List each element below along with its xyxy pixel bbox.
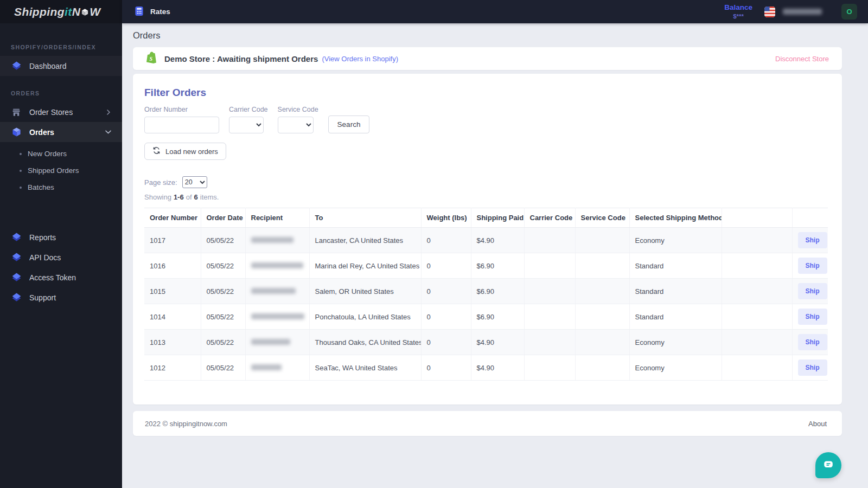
sidebar-item-access-token[interactable]: Access Token xyxy=(0,267,122,287)
table-row: 1016 05/05/22 Marina del Rey, CA United … xyxy=(144,253,828,279)
load-new-orders-label: Load new orders xyxy=(165,147,218,156)
showing-of: of xyxy=(186,193,192,201)
cell-weight: 0 xyxy=(421,330,471,355)
avatar[interactable]: O xyxy=(841,4,857,20)
disconnect-store-link[interactable]: Disconnect Store xyxy=(775,55,829,63)
order-number-input[interactable] xyxy=(144,117,219,133)
redacted-recipient xyxy=(251,288,296,294)
app-logo[interactable]: ShippingitNW xyxy=(14,5,100,18)
balance-label: Balance xyxy=(724,3,752,12)
nav-rates-label: Rates xyxy=(150,8,170,16)
ship-button[interactable]: Ship xyxy=(798,334,827,350)
layers-diamond-icon xyxy=(11,252,22,262)
sidebar-item-label: Support xyxy=(29,293,56,302)
store-banner: S Demo Store : Awaiting shipment Orders … xyxy=(133,47,842,70)
svg-text:S: S xyxy=(149,56,152,62)
cell-method: Standard xyxy=(629,279,722,304)
sidebar-item-new-orders[interactable]: New Orders xyxy=(0,145,122,162)
cell-weight: 0 xyxy=(421,228,471,253)
col-recipient: Recipient xyxy=(245,208,309,228)
username-redacted[interactable] xyxy=(783,9,822,15)
cell-carrier-code xyxy=(524,330,575,355)
shopify-icon: S xyxy=(146,51,157,66)
sidebar-item-dashboard[interactable]: Dashboard xyxy=(0,56,122,76)
cell-carrier-code xyxy=(524,355,575,381)
ship-button[interactable]: Ship xyxy=(798,258,827,274)
redacted-recipient xyxy=(251,339,290,345)
cell-weight: 0 xyxy=(421,253,471,279)
ship-button[interactable]: Ship xyxy=(798,359,827,376)
cell-weight: 0 xyxy=(421,279,471,304)
cell-weight: 0 xyxy=(421,304,471,330)
cell-order-date: 05/05/22 xyxy=(201,355,245,381)
cell-method: Standard xyxy=(629,304,722,330)
us-flag-icon[interactable] xyxy=(764,7,775,17)
cell-order-number: 1013 xyxy=(144,330,201,355)
col-carrier-code: Carrier Code xyxy=(524,208,575,228)
sidebar-item-label: Access Token xyxy=(29,273,76,282)
logo-text-it: it xyxy=(65,5,72,18)
nav-rates[interactable]: Rates xyxy=(134,6,170,18)
sub-item-label: New Orders xyxy=(28,150,67,158)
showing-prefix: Showing xyxy=(144,193,171,201)
cell-spacer xyxy=(722,228,792,253)
carrier-code-select[interactable] xyxy=(229,117,264,133)
search-button[interactable]: Search xyxy=(328,115,370,133)
sidebar-item-shipped-orders[interactable]: Shipped Orders xyxy=(0,162,122,179)
orders-subnav: New Orders Shipped Orders Batches xyxy=(0,142,122,200)
cell-spacer xyxy=(722,279,792,304)
table-header-row: Order Number Order Date Recipient To Wei… xyxy=(144,208,828,228)
logo-text-shipping: Shipping xyxy=(14,5,65,18)
cell-spacer xyxy=(722,330,792,355)
redacted-recipient xyxy=(251,364,282,370)
page-size-select[interactable]: 20 xyxy=(182,176,207,188)
ship-button[interactable]: Ship xyxy=(798,232,827,248)
table-row: 1015 05/05/22 Salem, OR United States 0 … xyxy=(144,279,828,304)
cell-to: Salem, OR United States xyxy=(309,279,421,304)
sidebar-item-reports[interactable]: Reports xyxy=(0,227,122,247)
cube-icon xyxy=(81,6,89,19)
col-order-date: Order Date xyxy=(201,208,245,228)
service-code-select[interactable] xyxy=(278,117,314,133)
sidebar-item-support[interactable]: Support xyxy=(0,287,122,307)
chat-bubble-icon xyxy=(822,458,834,472)
cell-service-code xyxy=(575,279,629,304)
sidebar-item-batches[interactable]: Batches xyxy=(0,179,122,196)
cell-carrier-code xyxy=(524,253,575,279)
about-link[interactable]: About xyxy=(808,420,827,428)
filter-orders-heading: Filter Orders xyxy=(144,87,828,99)
ship-button[interactable]: Ship xyxy=(798,283,827,299)
logo-area: ShippingitNW xyxy=(0,0,122,23)
copyright-text: 2022 © shippingitnow.com xyxy=(145,420,227,428)
service-code-label: Service Code xyxy=(278,106,318,113)
sidebar-item-label: Orders xyxy=(29,128,54,137)
bullet-icon xyxy=(20,187,22,189)
sidebar-item-order-stores[interactable]: Order Stores xyxy=(0,102,122,122)
orders-card: Filter Orders Order Number Carrier Code … xyxy=(133,74,842,404)
ship-button[interactable]: Ship xyxy=(798,309,827,325)
sidebar-item-orders[interactable]: Orders xyxy=(0,122,122,142)
redacted-recipient xyxy=(251,237,293,243)
service-code-field-group: Service Code xyxy=(278,106,318,133)
cell-order-date: 05/05/22 xyxy=(201,330,245,355)
cell-actions: Ship xyxy=(792,355,828,381)
load-new-orders-button[interactable]: Load new orders xyxy=(144,143,226,160)
table-row: 1012 05/05/22 SeaTac, WA United States 0… xyxy=(144,355,828,381)
cell-order-date: 05/05/22 xyxy=(201,228,245,253)
cell-order-number: 1014 xyxy=(144,304,201,330)
layers-diamond-icon xyxy=(11,272,22,282)
cell-order-number: 1016 xyxy=(144,253,201,279)
footer: 2022 © shippingitnow.com About xyxy=(133,411,842,436)
cell-method: Economy xyxy=(629,355,722,381)
balance-widget[interactable]: Balance $*** xyxy=(724,3,752,20)
sidebar-item-label: Dashboard xyxy=(29,62,67,70)
page-size-row: Page size: 20 xyxy=(144,176,828,188)
view-orders-in-shopify-link[interactable]: (View Orders in Shopify) xyxy=(322,55,398,63)
sidebar-item-api-docs[interactable]: API Docs xyxy=(0,247,122,267)
chat-launcher-button[interactable] xyxy=(815,452,841,478)
sidebar-item-label: Order Stores xyxy=(29,108,73,117)
col-shipping-paid: Shipping Paid xyxy=(471,208,524,228)
order-number-field-group: Order Number xyxy=(144,106,219,133)
cell-spacer xyxy=(722,304,792,330)
cell-recipient xyxy=(245,228,309,253)
